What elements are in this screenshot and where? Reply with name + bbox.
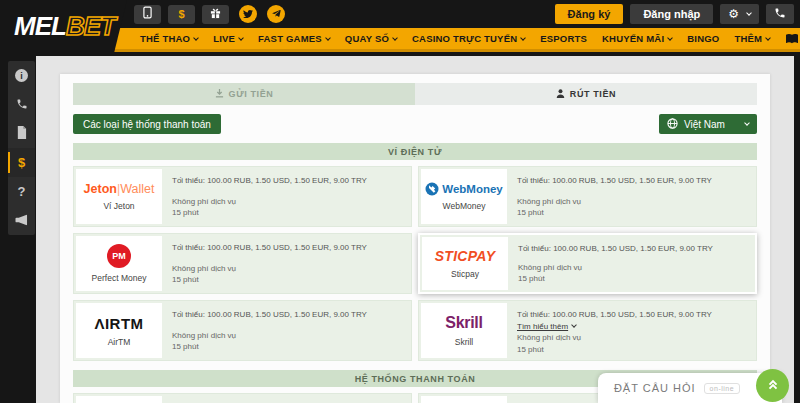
- info-icon: i: [15, 69, 28, 82]
- nav-esports[interactable]: ESPORTS: [540, 33, 587, 44]
- chevron-down-icon: [520, 35, 526, 41]
- payment-details: Tối thiểu: 100.00 RUB, 1.50 USD, 1.50 EU…: [162, 236, 409, 291]
- time-text: 15 phút: [517, 344, 744, 356]
- melbet-logo: MELBET: [14, 11, 115, 42]
- sidebar-help-button[interactable]: ?: [8, 177, 35, 206]
- perfect-money-logo-box: PM Perfect Money: [76, 236, 162, 291]
- sidebar-payments-button[interactable]: $: [8, 148, 35, 177]
- scroll-to-top-button[interactable]: [756, 369, 789, 402]
- ask-question-widget[interactable]: ĐẶT CÂU HỎI on-line: [598, 373, 782, 403]
- twitter-button[interactable]: [239, 5, 257, 23]
- time-text: 15 phút: [172, 207, 399, 219]
- nav-them[interactable]: THÊM: [734, 33, 770, 44]
- payment-name: Ví Jeton: [103, 201, 134, 211]
- payment-card-sticpay[interactable]: STICPAY Sticpay Tối thiểu: 100.00 RUB, 1…: [418, 233, 757, 294]
- dollar-icon: $: [18, 155, 25, 170]
- payment-name: Skrill: [455, 337, 473, 347]
- logo[interactable]: MELBET: [0, 0, 127, 52]
- twitter-icon: [243, 5, 253, 23]
- payment-card-airtm[interactable]: ΛIRTM AirTM Tối thiểu: 100.00 RUB, 1.50 …: [73, 300, 412, 361]
- nav-bingo[interactable]: BINGO: [687, 33, 719, 44]
- payment-card-perfect-money[interactable]: PM Perfect Money Tối thiểu: 100.00 RUB, …: [73, 233, 412, 294]
- payments-button[interactable]: $: [168, 5, 195, 24]
- tab-deposit[interactable]: GỬI TIỀN: [73, 83, 415, 105]
- payment-card[interactable]: [73, 393, 412, 403]
- filters-row: Các loại hệ thống thanh toán Việt Nam: [73, 114, 757, 134]
- mobile-phone-icon: [143, 5, 152, 23]
- download-icon: [215, 89, 224, 100]
- time-text: 15 phút: [517, 207, 744, 219]
- min-amount: Tối thiểu: 100.00 RUB, 1.50 USD, 1.50 EU…: [517, 175, 744, 187]
- payment-name: Sticpay: [451, 269, 479, 279]
- phone-contact-button[interactable]: [766, 4, 794, 24]
- double-chevron-up-icon: [766, 377, 780, 394]
- page: $ Đăng ký Đăng nhập ⚙: [0, 0, 800, 403]
- ewallet-cards-grid: Jeton|Wallet Ví Jeton Tối thiểu: 100.00 …: [73, 166, 757, 361]
- question-icon: ?: [18, 184, 26, 199]
- webmoney-logo-box: WebMoney WebMoney: [421, 169, 507, 224]
- side-toolbar: i $ ?: [8, 61, 35, 235]
- payment-card-skrill[interactable]: Skrill Skrill Tối thiểu: 100.00 RUB, 1.5…: [418, 300, 757, 361]
- nav-the-thao[interactable]: THỂ THAO: [140, 33, 198, 44]
- content-area: GỬI TIỀN RÚT TIỀN Các loại hệ thống than…: [36, 56, 794, 403]
- chevron-down-icon: [193, 35, 199, 41]
- payment-card-webmoney[interactable]: WebMoney WebMoney Tối thiểu: 100.00 RUB,…: [418, 166, 757, 227]
- document-icon: [16, 125, 27, 143]
- fee-text: Không phí dịch vụ: [518, 262, 743, 274]
- sticpay-logo-box: STICPAY Sticpay: [422, 237, 508, 290]
- settings-button[interactable]: ⚙: [720, 4, 759, 24]
- nav-quay-so[interactable]: QUAY SỐ: [345, 33, 397, 44]
- gift-icon: [210, 5, 221, 23]
- main-nav: THỂ THAO LIVE FAST GAMES QUAY SỐ CASINO …: [0, 28, 800, 52]
- payment-details: Tối thiểu: 100.00 RUB, 1.50 USD, 1.50 EU…: [507, 169, 754, 224]
- payment-tabs: GỬI TIỀN RÚT TIỀN: [73, 83, 757, 105]
- payment-details: Tối thiểu: 100.00 RUB, 1.50 USD, 1.50 EU…: [162, 169, 409, 224]
- globe-icon: [667, 118, 678, 131]
- min-amount: Tối thiểu: 100.00 RUB, 1.50 USD, 1.50 EU…: [517, 309, 744, 321]
- promo-gift-button[interactable]: [202, 5, 229, 24]
- chevron-down-icon: [392, 35, 398, 41]
- nav-fast-games[interactable]: FAST GAMES: [258, 33, 330, 44]
- online-status-badge: on-line: [704, 383, 741, 394]
- min-amount: Tối thiểu: 100.00 RUB, 1.50 USD, 1.50 EU…: [172, 309, 399, 321]
- login-button[interactable]: Đăng nhập: [630, 4, 713, 24]
- fee-text: Không phí dịch vụ: [172, 330, 399, 342]
- webmoney-globe-icon: [425, 182, 439, 196]
- fee-text: Không phí dịch vụ: [172, 196, 399, 208]
- telegram-icon: [271, 5, 282, 23]
- dollar-icon: $: [178, 8, 184, 20]
- fee-text: Không phí dịch vụ: [517, 332, 744, 344]
- nav-live[interactable]: LIVE: [213, 33, 243, 44]
- payment-name: AirTM: [108, 337, 131, 347]
- airtm-logo: ΛIRTM: [94, 315, 143, 332]
- results-book-button[interactable]: [785, 30, 799, 48]
- tab-withdraw[interactable]: RÚT TIỀN: [415, 83, 757, 105]
- payment-details: Tối thiểu: 100.00 RUB, 1.50 USD, 1.50 EU…: [162, 303, 409, 358]
- mobile-app-button[interactable]: [134, 5, 161, 24]
- time-text: 15 phút: [518, 273, 743, 285]
- phone-icon: [16, 96, 28, 114]
- sidebar-phone-button[interactable]: [8, 90, 35, 119]
- sidebar-promo-button[interactable]: [8, 206, 35, 235]
- section-ewallets: VÍ ĐIỆN TỬ: [73, 143, 757, 160]
- sidebar-documents-button[interactable]: [8, 119, 35, 148]
- telegram-button[interactable]: [267, 5, 285, 23]
- chevron-down-icon: [746, 10, 752, 16]
- account-actions: Đăng ký Đăng nhập ⚙: [555, 4, 794, 24]
- top-header: $ Đăng ký Đăng nhập ⚙: [0, 0, 800, 52]
- webmoney-logo: WebMoney: [425, 182, 503, 196]
- learn-more-link[interactable]: Tìm hiểu thêm: [517, 321, 576, 333]
- payment-types-button[interactable]: Các loại hệ thống thanh toán: [73, 114, 221, 134]
- payments-panel: GỬI TIỀN RÚT TIỀN Các loại hệ thống than…: [60, 74, 770, 403]
- register-button[interactable]: Đăng ký: [555, 4, 624, 24]
- payment-card-jeton[interactable]: Jeton|Wallet Ví Jeton Tối thiểu: 100.00 …: [73, 166, 412, 227]
- sidebar-info-button[interactable]: i: [8, 61, 35, 90]
- gear-icon: ⚙: [728, 8, 739, 20]
- country-select[interactable]: Việt Nam: [659, 114, 757, 134]
- min-amount: Tối thiểu: 100.00 RUB, 1.50 USD, 1.50 EU…: [172, 242, 399, 254]
- nav-casino-truc-tuyen[interactable]: CASINO TRỰC TUYẾN: [412, 33, 525, 44]
- megaphone-icon: [15, 212, 28, 230]
- nav-khuyen-mai[interactable]: KHUYẾN MÃI: [602, 33, 672, 44]
- book-icon: [785, 30, 799, 48]
- chevron-down-icon: [325, 35, 331, 41]
